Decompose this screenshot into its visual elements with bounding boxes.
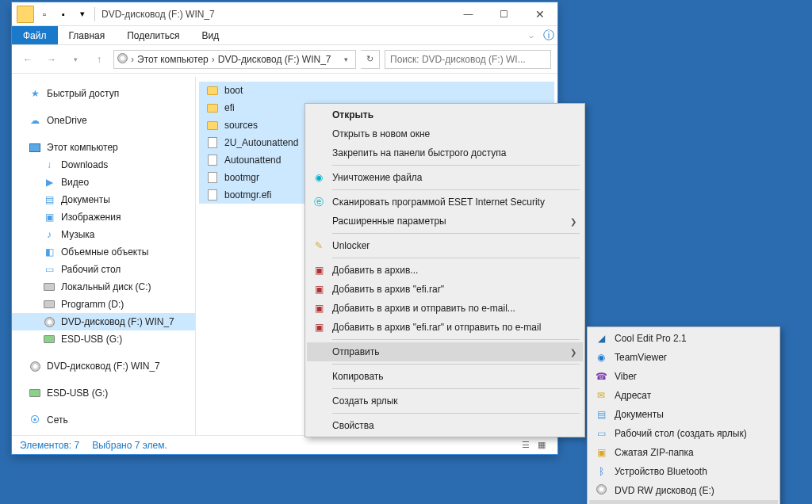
sidebar-downloads[interactable]: ↓Downloads [12,156,195,174]
ctx-scan-eset[interactable]: ⓔСканировать программой ESET Internet Se… [307,193,583,212]
sidebar-docs[interactable]: ▤Документы [12,191,195,208]
sendto-teamviewer[interactable]: ◉TeamViewer [589,348,778,367]
minimize-button[interactable]: ― [450,2,486,25]
separator [332,388,580,389]
sidebar-quickaccess[interactable]: ★Быстрый доступ [12,85,195,102]
separator [332,258,580,258]
sendto-recipient[interactable]: ✉Адресат [589,386,778,405]
eset-icon: ⓔ [312,196,326,209]
folder-icon [205,101,220,114]
separator [332,189,580,190]
sendto-cooledit[interactable]: ◢Cool Edit Pro 2.1 [589,329,778,348]
desktop-icon: ▭ [594,428,608,439]
ctx-destroy[interactable]: ◉Уничтожение файла [307,168,583,187]
docs-icon: ▤ [42,193,56,206]
address-bar[interactable]: › Этот компьютер › DVD-дисковод (F:) WIN… [113,50,356,69]
viber-icon: ☎ [594,371,608,382]
teamviewer-icon: ◉ [594,352,608,363]
view-large-icon[interactable]: ▦ [534,440,550,450]
sidebar-dvd[interactable]: DVD-дисковод (F:) WIN_7 [12,313,195,330]
mail-icon: ✉ [594,390,608,401]
maximize-button[interactable]: ☐ [486,2,522,25]
status-bar: Элементов: 7 Выбрано 7 элем. ☰ ▦ [12,435,557,454]
disc-icon [28,360,42,372]
sendto-docs[interactable]: ▤Документы [589,405,778,424]
qat: ▫ ▪ ▾ [12,6,91,23]
view-details-icon[interactable]: ☰ [518,440,534,450]
sidebar-network[interactable]: ⦿Сеть [12,411,195,429]
titlebar: ▫ ▪ ▾ DVD-дисковод (F:) WIN_7 ― ☐ ✕ [12,2,557,26]
refresh-button[interactable]: ↻ [361,50,380,69]
folder-icon [17,6,34,23]
sidebar-esd[interactable]: ESD-USB (G:) [12,330,195,348]
tab-share[interactable]: Поделиться [116,26,190,44]
folder-icon [205,84,220,97]
file-boot[interactable]: boot [199,82,554,99]
status-selected: Выбрано 7 элем. [92,440,167,451]
ctx-unlocker[interactable]: ✎Unlocker [307,236,583,255]
ctx-add-efi-rar[interactable]: ▣Добавить в архив "efi.rar" [307,280,583,299]
nav-history-icon[interactable]: ▾ [66,50,85,69]
sendto-esd[interactable]: ESD-USB (G:) [589,500,778,504]
ctx-add-efi-email[interactable]: ▣Добавить в архив "efi.rar" и отправить … [307,318,583,337]
sendto-dvdrw[interactable]: DVD RW дисковод (E:) [589,481,778,500]
help-icon[interactable]: ⓘ [540,29,557,43]
sidebar-3d[interactable]: ◧Объемные объекты [12,243,195,261]
nav-pane: ★Быстрый доступ ☁OneDrive Этот компьютер… [12,77,196,435]
sidebar-music[interactable]: ♪Музыка [12,226,195,243]
navbar: ← → ▾ ↑ › Этот компьютер › DVD-дисковод … [12,45,557,74]
disc-icon [117,53,128,66]
nav-up-button[interactable]: ↑ [90,50,109,69]
search-input[interactable] [385,50,551,69]
file-icon [205,189,220,201]
sendto-bluetooth[interactable]: ᛒУстройство Bluetooth [589,462,778,481]
sidebar-programm[interactable]: Programm (D:) [12,296,195,313]
ctx-advanced-params[interactable]: Расширенные параметры❯ [307,212,583,231]
sendto-zip[interactable]: ▣Сжатая ZIP-папка [589,443,778,462]
ctx-copy[interactable]: Копировать [307,367,583,386]
zip-icon: ▣ [594,447,608,458]
sendto-viber[interactable]: ☎Viber [589,367,778,386]
tab-home[interactable]: Главная [58,26,117,44]
usb-icon [42,333,56,346]
sidebar-video[interactable]: ▶Видео [12,174,195,191]
qat-dropdown-icon[interactable]: ▾ [74,6,91,23]
crumb-dvd[interactable]: DVD-дисковод (F:) WIN_7 [218,54,331,65]
ctx-send-to[interactable]: Отправить❯ [307,342,583,361]
window-title: DVD-дисковод (F:) WIN_7 [102,9,450,20]
ribbon: Файл Главная Поделиться Вид ⌵ ⓘ [12,26,557,45]
ctx-add-archive[interactable]: ▣Добавить в архив... [307,261,583,280]
sidebar-onedrive[interactable]: ☁OneDrive [12,112,195,129]
sidebar-localc[interactable]: Локальный диск (C:) [12,278,195,296]
ctx-add-email[interactable]: ▣Добавить в архив и отправить по e-mail.… [307,299,583,318]
file-icon [205,171,220,184]
sendto-submenu: ◢Cool Edit Pro 2.1 ◉TeamViewer ☎Viber ✉А… [587,326,780,504]
sidebar-thispc[interactable]: Этот компьютер [12,139,195,156]
qat-new-icon[interactable]: ▪ [55,6,72,23]
ctx-open[interactable]: Открыть [307,105,583,124]
nav-back-button[interactable]: ← [18,50,37,69]
ctx-open-new[interactable]: Открыть в новом окне [307,124,583,143]
crumb-thispc[interactable]: Этот компьютер [137,54,209,65]
qat-props-icon[interactable]: ▫ [36,6,53,23]
close-button[interactable]: ✕ [522,2,557,25]
sidebar-dvd2[interactable]: DVD-дисковод (F:) WIN_7 [12,357,195,375]
ctx-shortcut[interactable]: Создать ярлык [307,391,583,410]
sidebar-desktop[interactable]: ▭Рабочий стол [12,261,195,278]
ctx-pin-quickaccess[interactable]: Закрепить на панели быстрого доступа [307,143,583,162]
tab-file[interactable]: Файл [12,26,58,44]
sidebar-images[interactable]: ▣Изображения [12,208,195,226]
rar-icon: ▣ [312,303,326,314]
docs-icon: ▤ [594,409,608,420]
sidebar-esd2[interactable]: ESD-USB (G:) [12,384,195,402]
ctx-properties[interactable]: Свойства [307,416,583,435]
disc-icon [594,484,608,497]
separator [332,413,580,414]
separator [332,233,580,234]
context-menu: Открыть Открыть в новом окне Закрепить н… [304,103,585,437]
nav-forward-button[interactable]: → [42,50,61,69]
sendto-desktop[interactable]: ▭Рабочий стол (создать ярлык) [589,424,778,443]
tab-view[interactable]: Вид [190,26,230,44]
addr-dropdown-icon[interactable]: ▾ [339,55,352,63]
ribbon-expand-icon[interactable]: ⌵ [523,31,540,40]
